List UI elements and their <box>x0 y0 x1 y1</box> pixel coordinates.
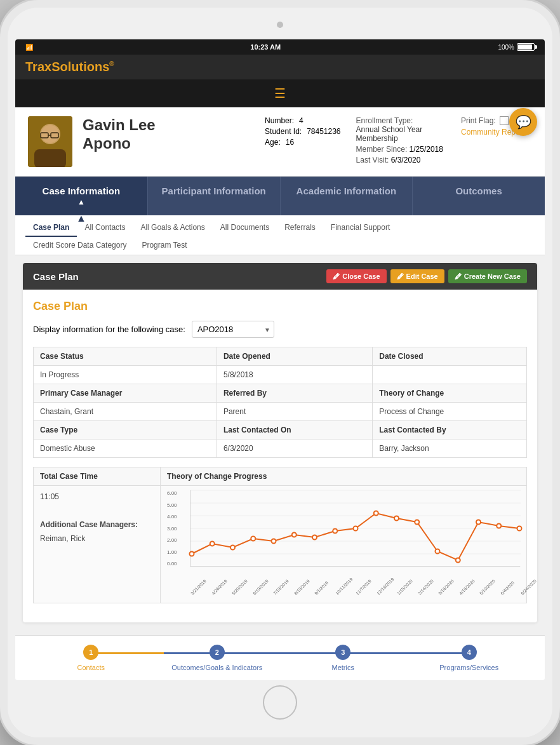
print-flag-checkbox[interactable] <box>500 116 509 125</box>
card-title: Case Plan <box>33 271 79 282</box>
profile-name-line1: Gavin Lee <box>83 116 255 135</box>
tab-participant-information[interactable]: Participant Information <box>148 177 281 215</box>
table-row: Total Case Time Theory of Change Progres… <box>34 467 527 486</box>
svg-point-23 <box>374 511 378 516</box>
svg-point-20 <box>312 535 317 540</box>
table-row: 11:05 Additional Case Managers: Reiman, … <box>34 486 527 603</box>
chart-area: 6.00 5.00 4.00 3.00 2.00 1.00 0.00 <box>190 490 520 567</box>
student-id-row: Student Id: 78451236 <box>265 127 340 136</box>
x-label: 11/7/2019 <box>355 593 358 596</box>
tab-academic-information[interactable]: Academic Information <box>281 177 413 215</box>
last-visit-value: 6/3/2020 <box>391 156 421 164</box>
y-label-000: 0.00 <box>167 561 177 567</box>
time-chart-table: Total Case Time Theory of Change Progres… <box>33 467 527 603</box>
x-axis-labels: 3/21/20194/26/20195/20/20196/19/20197/19… <box>190 593 520 597</box>
edit-case-button[interactable]: 🖉 Edit Case <box>390 269 444 283</box>
col-case-status: Case Status <box>34 347 217 366</box>
nav-bar: ☰ <box>15 79 545 107</box>
svg-point-24 <box>394 516 399 521</box>
battery-fill <box>518 44 532 50</box>
last-visit-label: Last Visit: <box>356 156 389 164</box>
table-row: Primary Case Manager Referred By Theory … <box>34 384 527 403</box>
sub-tab-all-documents[interactable]: All Documents <box>213 219 277 237</box>
close-case-button[interactable]: 🖉 Close Case <box>326 269 386 283</box>
col-primary-manager: Primary Case Manager <box>34 384 217 403</box>
table-header-row-1: Case Status Date Opened Date Closed <box>34 347 527 366</box>
status-left: 📶 <box>25 44 33 51</box>
age-value: 16 <box>286 138 294 147</box>
svg-point-17 <box>251 537 255 541</box>
col-last-contacted-on: Last Contacted On <box>217 421 372 440</box>
app-logo: TraxSolutions® <box>25 60 114 74</box>
manager-reiman-rick: Reiman, Rick <box>40 534 154 543</box>
status-right: 100% <box>498 43 535 51</box>
x-label: 3/16/2020 <box>437 593 441 596</box>
sub-tab-referrals[interactable]: Referrals <box>277 219 323 237</box>
tab-outcomes[interactable]: Outcomes <box>413 177 545 215</box>
total-case-time-cell: 11:05 Additional Case Managers: Reiman, … <box>34 486 161 603</box>
x-label: 6/24/2020 <box>520 593 523 596</box>
step-circle-4: 4 <box>462 645 477 660</box>
battery-icon <box>517 43 535 51</box>
sub-tab-financial-support[interactable]: Financial Support <box>323 219 397 237</box>
col-case-type: Case Type <box>34 421 217 440</box>
case-select[interactable]: APO2018 <box>192 321 274 338</box>
case-status-value: In Progress <box>34 366 217 384</box>
student-id-value: 78451236 <box>307 127 340 136</box>
step-metrics: 3 Metrics <box>280 645 406 671</box>
svg-point-19 <box>292 533 297 537</box>
step-contacts: 1 Contacts <box>28 645 154 671</box>
svg-point-15 <box>210 542 215 546</box>
avatar-image <box>28 116 72 167</box>
theory-of-change-value: Process of Change <box>373 403 527 421</box>
step-circle-3: 3 <box>335 645 350 660</box>
profile-details: Gavin Lee Apono <box>83 116 255 153</box>
col-theory-of-change: Theory of Change <box>373 384 527 403</box>
step-label-programs-services: Programs/Services <box>439 664 498 671</box>
create-new-case-button[interactable]: 🖉 Create New Case <box>448 269 527 283</box>
svg-rect-2 <box>34 149 66 167</box>
col-date-closed: Date Closed <box>373 347 527 366</box>
case-plan-section-title: Case Plan <box>33 300 527 313</box>
close-case-icon: 🖉 <box>333 272 340 280</box>
case-selector-row: Display information for the following ca… <box>33 321 527 338</box>
theory-progress-chart-cell: 6.00 5.00 4.00 3.00 2.00 1.00 0.00 <box>161 486 527 603</box>
member-since-value: 1/25/2018 <box>410 145 443 154</box>
svg-point-22 <box>354 527 358 531</box>
app-header: TraxSolutions® <box>15 55 545 79</box>
status-bar: 📶 10:23 AM 100% <box>15 39 545 55</box>
sub-tab-all-goals[interactable]: All Goals & Actions <box>133 219 212 237</box>
card-body: Case Plan Display information for the fo… <box>23 290 537 622</box>
sub-tab-credit-score[interactable]: Credit Score Data Category <box>25 237 134 255</box>
sub-tab-case-plan[interactable]: Case Plan <box>25 219 77 237</box>
enrollment-type-label: Enrollment Type: <box>356 116 413 125</box>
svg-point-21 <box>333 529 337 534</box>
x-label: 3/21/2019 <box>190 593 193 596</box>
x-label: 7/19/2019 <box>272 593 276 596</box>
tab-case-information[interactable]: Case Information ▲ <box>15 177 148 215</box>
print-flag-label: Print Flag: <box>461 116 496 125</box>
tab-participant-information-label: Participant Information <box>162 185 266 196</box>
line-chart-svg <box>190 490 520 567</box>
svg-point-28 <box>476 520 481 525</box>
x-label: 6/4/2020 <box>500 593 503 596</box>
number-row: Number: 4 <box>265 116 340 125</box>
screen: 📶 10:23 AM 100% TraxSolutions® ☰ 💬 <box>15 39 545 680</box>
hamburger-menu[interactable]: ☰ <box>274 86 286 101</box>
svg-point-30 <box>517 527 522 531</box>
battery-percent: 100% <box>498 44 514 51</box>
sub-tab-program-test[interactable]: Program Test <box>134 237 194 255</box>
logo-trademark: ® <box>109 60 114 67</box>
y-label-500: 5.00 <box>167 502 177 508</box>
last-contacted-on-value: 6/3/2020 <box>217 440 372 458</box>
logo-trax: Trax <box>25 60 51 74</box>
x-label: 6/19/2019 <box>252 593 255 596</box>
referred-by-value: Parent <box>217 403 372 421</box>
y-label-100: 1.00 <box>167 549 177 555</box>
student-id-label: Student Id: <box>265 127 302 136</box>
last-contacted-by-value: Barry, Jackson <box>373 440 527 458</box>
date-closed-value <box>373 366 527 384</box>
date-opened-value: 5/8/2018 <box>217 366 372 384</box>
x-label: 5/19/2020 <box>479 593 482 596</box>
svg-point-14 <box>190 552 194 556</box>
